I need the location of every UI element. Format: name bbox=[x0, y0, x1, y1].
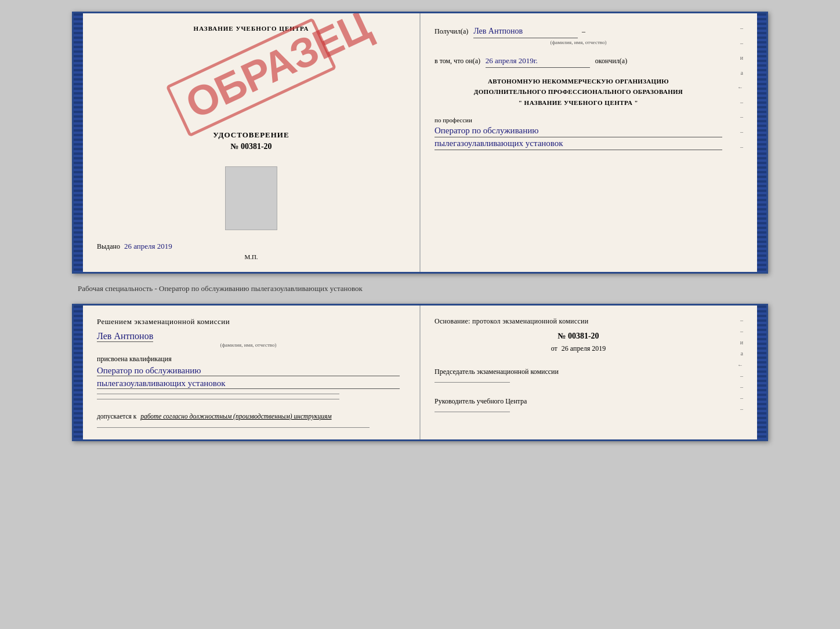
received-field: Получил(а) Лев Антпонов – (фамилия, имя,… bbox=[435, 25, 722, 47]
access-italic-text: работе согласно должностным (производств… bbox=[140, 413, 331, 420]
completed-label: окончил(а) bbox=[595, 57, 627, 65]
profession-block: по профессии Оператор по обслуживанию пы… bbox=[435, 117, 722, 150]
in-that-label: в том, что он(а) bbox=[435, 57, 480, 65]
issued-label: Выдано bbox=[97, 242, 120, 250]
profession-label: по профессии bbox=[435, 117, 722, 123]
issued-date: 26 апреля 2019 bbox=[124, 242, 172, 250]
bottom-left-binding bbox=[74, 306, 83, 439]
access-block: допускается к работе согласно должностны… bbox=[97, 411, 400, 421]
bottom-left-page: Решением экзаменационной комиссии Лев Ан… bbox=[83, 306, 421, 439]
cert-label: УДОСТОВЕРЕНИЕ bbox=[97, 130, 405, 140]
from-label: от bbox=[551, 344, 557, 352]
right-binding bbox=[757, 13, 766, 272]
recipient-name: Лев Антпонов bbox=[473, 25, 578, 38]
cert-right-page: Получил(а) Лев Антпонов – (фамилия, имя,… bbox=[421, 13, 757, 272]
cert-left-page: НАЗВАНИЕ УЧЕБНОГО ЦЕНТРА ОБРАЗЕЦ УДОСТОВ… bbox=[83, 13, 421, 272]
left-binding bbox=[74, 13, 83, 272]
center-head-label: Руководитель учебного Центра bbox=[435, 397, 527, 405]
received-label: Получил(а) bbox=[435, 27, 468, 35]
bottom-right-page: Основание: протокол экзаменационной коми… bbox=[421, 306, 757, 439]
specialty-line: Рабочая специальность - Оператор по обсл… bbox=[72, 281, 768, 297]
prof-line-2: пылегазоулавливающих установок bbox=[435, 139, 722, 150]
photo-placeholder bbox=[225, 166, 277, 230]
from-date: 26 апреля 2019 bbox=[562, 344, 606, 352]
basis-text: Основание: протокол экзаменационной коми… bbox=[435, 317, 722, 326]
prof-line-1: Оператор по обслуживанию bbox=[435, 126, 722, 137]
center-head-block: Руководитель учебного Центра bbox=[435, 394, 722, 412]
from-date-block: от 26 апреля 2019 bbox=[435, 344, 722, 353]
bottom-fio-label: (фамилия, имя, отчество) bbox=[97, 342, 400, 348]
completed-date: 26 апреля 2019г. bbox=[486, 55, 590, 68]
qualification-block: присвоена квалификация Оператор по обслу… bbox=[97, 355, 400, 399]
bottom-right-binding bbox=[757, 306, 766, 439]
org-name: АВТОНОМНУЮ НЕКОММЕРЧЕСКУЮ ОРГАНИЗАЦИЮ ДО… bbox=[435, 76, 722, 108]
chair-label: Председатель экзаменационной комиссии bbox=[435, 368, 559, 376]
access-text-label: допускается к bbox=[97, 413, 136, 420]
mp-label: М.П. bbox=[244, 253, 258, 260]
qual-assigned-label: присвоена квалификация bbox=[97, 355, 400, 363]
cert-number: № 00381-20 bbox=[97, 142, 405, 151]
completed-field: в том, что он(а) 26 апреля 2019г. окончи… bbox=[435, 55, 722, 68]
commission-decision: Решением экзаменационной комиссии bbox=[97, 317, 400, 326]
chair-block: Председатель экзаменационной комиссии bbox=[435, 365, 722, 383]
qual-line-2: пылегазоулавливающих установок bbox=[97, 379, 400, 389]
bottom-person-name: Лев Антпонов bbox=[97, 331, 153, 342]
fio-label-top: (фамилия, имя, отчество) bbox=[435, 38, 722, 46]
protocol-number: № 00381-20 bbox=[435, 332, 722, 341]
qual-line-1: Оператор по обслуживанию bbox=[97, 366, 400, 376]
